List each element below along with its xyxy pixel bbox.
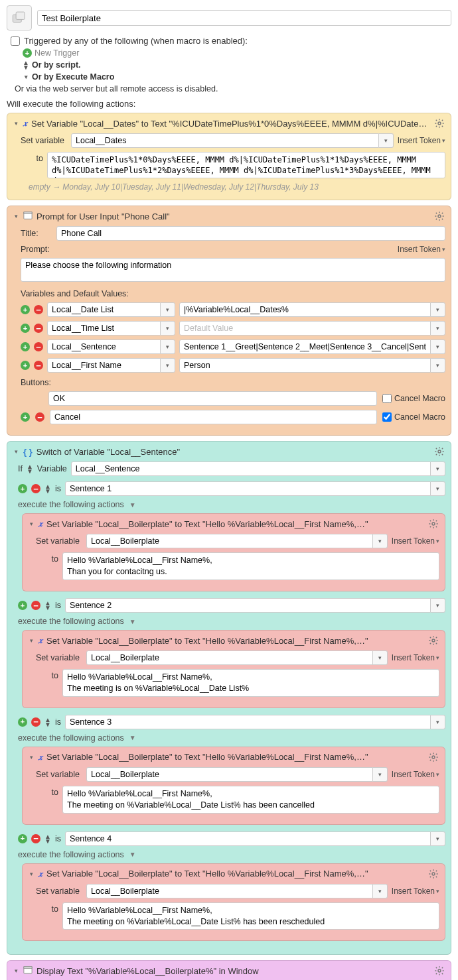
- disclosure-icon[interactable]: ▾: [28, 871, 35, 877]
- up-down-icon[interactable]: ▲▼: [27, 464, 33, 473]
- add-var-button[interactable]: +: [21, 342, 30, 351]
- switch-variable-input[interactable]: [71, 461, 431, 476]
- add-var-button[interactable]: +: [21, 361, 30, 370]
- var-dropdown-button[interactable]: ▾: [161, 339, 175, 354]
- gear-icon[interactable]: [427, 868, 439, 880]
- disclosure-icon[interactable]: ▾: [13, 967, 19, 974]
- gear-icon[interactable]: [433, 965, 445, 977]
- add-case-button[interactable]: +: [18, 834, 27, 843]
- var-name-input[interactable]: [47, 339, 161, 354]
- inner-var-input[interactable]: [86, 884, 373, 898]
- insert-token-button[interactable]: Insert Token▾: [392, 887, 439, 896]
- case-dropdown-button[interactable]: ▾: [431, 831, 445, 846]
- to-text-input[interactable]: %ICUDateTimePlus%1*0%Days%EEEE, MMMM d%|…: [47, 152, 445, 178]
- gear-icon[interactable]: [427, 751, 439, 763]
- gear-icon[interactable]: [433, 210, 445, 222]
- add-case-button[interactable]: +: [18, 484, 27, 493]
- prompt-title-input[interactable]: [56, 226, 445, 241]
- remove-var-button[interactable]: −: [34, 324, 43, 333]
- variable-dropdown-button[interactable]: ▾: [373, 650, 388, 665]
- inner-text-input[interactable]: [62, 552, 439, 580]
- variable-dropdown-button[interactable]: ▾: [379, 133, 394, 148]
- case-dropdown-button[interactable]: ▾: [431, 598, 445, 613]
- var-default-input[interactable]: [179, 358, 431, 373]
- triangle-down-icon[interactable]: ▼: [129, 618, 136, 625]
- add-var-button[interactable]: +: [21, 324, 30, 333]
- up-down-icon[interactable]: ▲▼: [44, 484, 51, 493]
- case-match-input[interactable]: [65, 481, 431, 496]
- disclosure-icon[interactable]: ▾: [13, 120, 19, 127]
- inner-text-input[interactable]: [62, 786, 439, 814]
- button-label-input[interactable]: [48, 391, 377, 406]
- add-case-button[interactable]: +: [18, 601, 27, 610]
- triangle-down-icon[interactable]: ▼: [129, 501, 136, 509]
- remove-var-button[interactable]: −: [34, 361, 43, 370]
- insert-token-button[interactable]: Insert Token▾: [392, 536, 439, 546]
- var-default-dropdown-button[interactable]: ▾: [431, 339, 445, 354]
- or-by-execute-macro[interactable]: ▾ Or by Execute Macro: [23, 72, 451, 82]
- insert-token-button[interactable]: Insert Token▾: [392, 653, 439, 662]
- var-default-input[interactable]: [179, 302, 431, 317]
- up-down-icon[interactable]: ▲▼: [44, 717, 51, 727]
- var-default-dropdown-button[interactable]: ▾: [431, 302, 445, 317]
- var-name-input[interactable]: [47, 358, 161, 373]
- disclosure-icon[interactable]: ▾: [28, 521, 35, 527]
- var-default-input[interactable]: [179, 339, 431, 354]
- gear-icon[interactable]: [427, 518, 439, 530]
- remove-button-btn[interactable]: −: [35, 412, 44, 422]
- var-default-input[interactable]: [179, 321, 431, 336]
- inner-text-input[interactable]: [62, 902, 439, 930]
- insert-token-button[interactable]: Insert Token▾: [398, 136, 445, 145]
- remove-case-button[interactable]: −: [31, 601, 40, 610]
- inner-text-input[interactable]: [62, 669, 439, 697]
- var-default-dropdown-button[interactable]: ▾: [431, 358, 445, 373]
- var-dropdown-button[interactable]: ▾: [161, 358, 175, 373]
- button-label-input[interactable]: [50, 410, 377, 424]
- var-default-dropdown-button[interactable]: ▾: [431, 321, 445, 336]
- variable-dropdown-button[interactable]: ▾: [373, 767, 388, 782]
- remove-var-button[interactable]: −: [34, 305, 43, 314]
- or-by-script[interactable]: ▲▼ Or by script.: [23, 60, 451, 70]
- case-dropdown-button[interactable]: ▾: [431, 481, 445, 496]
- inner-var-input[interactable]: [86, 767, 373, 782]
- insert-token-button[interactable]: Insert Token▾: [392, 770, 439, 779]
- case-match-input[interactable]: [65, 598, 431, 613]
- inner-var-input[interactable]: [86, 534, 373, 548]
- gear-icon[interactable]: [427, 635, 439, 646]
- add-button-btn[interactable]: +: [21, 412, 30, 422]
- triangle-down-icon[interactable]: ▼: [129, 734, 136, 741]
- cancel-macro-check[interactable]: Cancel Macro: [382, 412, 445, 422]
- cancel-macro-check[interactable]: Cancel Macro: [382, 394, 445, 403]
- var-dropdown-button[interactable]: ▾: [161, 302, 175, 317]
- up-down-icon[interactable]: ▲▼: [44, 601, 51, 610]
- disclosure-icon[interactable]: ▾: [13, 213, 19, 219]
- case-match-input[interactable]: [65, 715, 431, 729]
- remove-var-button[interactable]: −: [34, 342, 43, 351]
- var-name-input[interactable]: [47, 302, 161, 317]
- remove-case-button[interactable]: −: [31, 484, 40, 493]
- var-name-input[interactable]: [47, 321, 161, 336]
- gear-icon[interactable]: [433, 117, 445, 129]
- disclosure-icon[interactable]: ▾: [28, 754, 35, 761]
- variable-dropdown-button[interactable]: ▾: [373, 534, 388, 548]
- case-dropdown-button[interactable]: ▾: [431, 715, 445, 729]
- variable-dropdown-button[interactable]: ▾: [373, 884, 388, 898]
- new-trigger-button[interactable]: + New Trigger: [23, 48, 451, 58]
- macro-title-input[interactable]: [37, 10, 451, 26]
- add-var-button[interactable]: +: [21, 305, 30, 314]
- var-dropdown-button[interactable]: ▾: [161, 321, 175, 336]
- up-down-icon[interactable]: ▲▼: [44, 834, 51, 843]
- case-match-input[interactable]: [65, 831, 431, 846]
- triangle-down-icon[interactable]: ▼: [129, 851, 136, 858]
- remove-case-button[interactable]: −: [31, 834, 40, 843]
- gear-icon[interactable]: [433, 446, 445, 458]
- variable-dropdown-button[interactable]: ▾: [431, 461, 445, 476]
- prompt-text-input[interactable]: Please choose the following information: [21, 258, 445, 282]
- disclosure-icon[interactable]: ▾: [13, 448, 19, 455]
- remove-case-button[interactable]: −: [31, 717, 40, 727]
- variable-name-input[interactable]: [71, 133, 379, 148]
- disclosure-icon[interactable]: ▾: [28, 637, 35, 644]
- trigger-any-checkbox[interactable]: [11, 36, 20, 46]
- add-case-button[interactable]: +: [18, 717, 27, 727]
- insert-token-button[interactable]: Insert Token▾: [398, 245, 445, 254]
